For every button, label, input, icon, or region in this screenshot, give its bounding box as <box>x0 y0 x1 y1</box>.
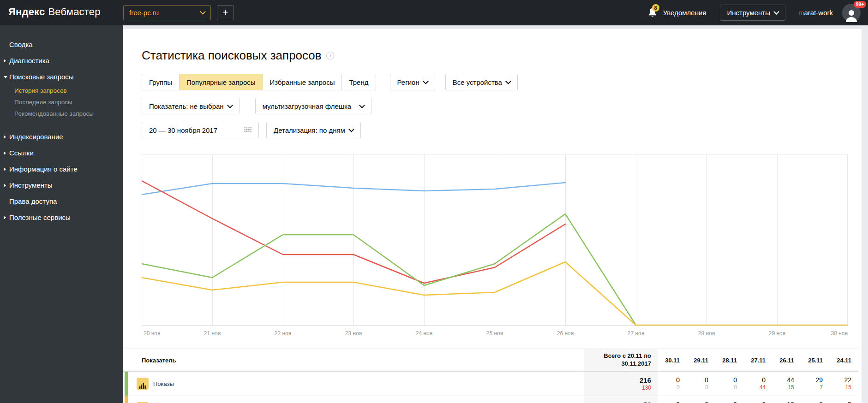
username[interactable]: marat-work <box>798 9 833 17</box>
value-cell: 4415 <box>772 376 801 391</box>
tab-izbrannye-zaprosy[interactable]: Избранные запросы <box>263 74 342 90</box>
value-cell: 00 <box>658 376 686 391</box>
content: Статистика поисковых запросов i ГруппыПо… <box>123 29 862 339</box>
day-value: 44 <box>772 376 794 384</box>
sidebar-item-label: Полезные сервисы <box>9 213 71 221</box>
day-compare-value: 0 <box>686 384 708 391</box>
avatar[interactable]: 99+ <box>842 4 861 22</box>
chevron-right-icon <box>4 167 6 171</box>
column-header-date: 24.11 <box>829 357 858 364</box>
metric-filter-dropdown[interactable]: Показатель: не выбран <box>142 98 239 114</box>
chart-gridlines <box>142 154 848 326</box>
value-cell: 2215 <box>829 376 858 391</box>
table-header-row: Показатель Всего с 20.11 по 30.11.2017 3… <box>123 349 858 372</box>
sidebar-item-informatsiya-o-sayte[interactable]: Информация о сайте <box>0 161 123 177</box>
column-header-date: 28.11 <box>715 357 743 364</box>
day-compare-value: 0 <box>715 384 737 391</box>
yandex-webmaster-logo[interactable]: ЯндексВебмастер <box>8 6 101 18</box>
day-value: 0 <box>743 376 766 384</box>
topbar-right-group: 8 Уведомления Инструменты marat-work 99+ <box>647 0 861 25</box>
day-value: 0 <box>686 376 708 384</box>
day-value: 8 <box>801 401 823 403</box>
calendar-grid-icon <box>244 127 251 133</box>
x-tick-label: 22 ноя <box>275 330 291 337</box>
day-compare-value: 15 <box>829 384 851 391</box>
sidebar-item-poleznye-servisy[interactable]: Полезные сервисы <box>0 209 123 225</box>
column-header-total: Всего с 20.11 по 30.11.2017 <box>584 349 658 371</box>
day-compare-value: 7 <box>801 384 823 391</box>
sidebar-subitem-istoriya-zaprosov[interactable]: История запросов <box>0 85 123 96</box>
sidebar-item-label: Рекомендованные запросы <box>14 110 94 117</box>
day-compare-value: 15 <box>772 384 794 391</box>
sidebar-item-instrumenty[interactable]: Инструменты <box>0 177 123 193</box>
person-icon <box>844 8 858 22</box>
sidebar-item-label: Индексирование <box>9 133 63 141</box>
sidebar-item-ssylki[interactable]: Ссылки <box>0 145 123 161</box>
chevron-right-icon <box>4 59 6 63</box>
day-compare-value: 44 <box>743 384 766 391</box>
x-tick-label: 27 ноя <box>628 330 644 337</box>
username-rest: arat-work <box>804 9 833 17</box>
add-site-button[interactable]: + <box>217 5 234 20</box>
x-tick-label: 25 ноя <box>486 330 503 337</box>
total-header-line2: 30.11.2017 <box>584 360 651 368</box>
top-bar: ЯндексВебмастер free-pc.ru + 8 Уведомлен… <box>0 0 868 25</box>
notifications-button[interactable]: 8 <box>647 7 658 18</box>
sidebar-item-prava-dostupa[interactable]: Права доступа <box>0 193 123 209</box>
value-cell: 00 <box>686 376 715 391</box>
table-row-clicks[interactable]: Клики 76 33 00 00 00 018 1810 83 56 <box>123 396 858 403</box>
region-dropdown[interactable]: Регион <box>390 74 435 90</box>
tab-trend[interactable]: Тренд <box>341 74 376 90</box>
tabs-row: ГруппыПопулярные запросыИзбранные запрос… <box>142 74 862 90</box>
value-cell: 00 <box>715 401 743 403</box>
notifications-badge: 8 <box>652 4 659 12</box>
date-range-value: 20 — 30 ноября 2017 <box>149 126 217 134</box>
x-tick-label: 24 ноя <box>416 330 432 337</box>
sidebar-nav: Сводка Диагностика Поисковые запросы Ист… <box>0 36 123 225</box>
username-first-letter: m <box>798 9 804 17</box>
detail-dropdown[interactable]: Детализация: по дням <box>266 122 361 138</box>
x-tick-label: 29 ноя <box>769 330 785 337</box>
tools-dropdown-button[interactable]: Инструменты <box>720 5 785 21</box>
day-value: 0 <box>743 401 766 403</box>
avatar-counter-badge: 99+ <box>854 1 866 8</box>
day-value: 5 <box>829 401 851 403</box>
sidebar-subitem-poslednie-zaprosy[interactable]: Последние запросы <box>0 96 123 108</box>
day-compare-value: 0 <box>658 384 680 391</box>
value-cell: 83 <box>801 401 829 403</box>
row-label-cell: Показы <box>123 378 584 390</box>
devices-dropdown[interactable]: Все устройства <box>445 74 518 90</box>
total-compare-value: 130 <box>584 385 651 391</box>
tab-gruppy[interactable]: Группы <box>142 74 180 90</box>
sidebar-item-diagnostika[interactable]: Диагностика <box>0 53 123 69</box>
devices-label: Все устройства <box>453 78 502 86</box>
site-selector-value: free-pc.ru <box>129 9 159 17</box>
chevron-down-icon <box>4 76 7 78</box>
value-cell: 1810 <box>772 401 801 403</box>
chevron-right-icon <box>4 151 6 155</box>
bar-chart-toggle-icon[interactable] <box>137 378 149 390</box>
sidebar-item-svodka[interactable]: Сводка <box>0 36 123 53</box>
info-icon[interactable]: i <box>326 52 334 59</box>
chevron-down-icon <box>348 126 354 132</box>
sidebar-item-label: История запросов <box>14 87 67 94</box>
sidebar-item-indeksirovanie[interactable]: Индексирование <box>0 129 123 145</box>
chevron-down-icon <box>359 102 365 108</box>
day-value: 0 <box>715 376 737 384</box>
table-row-impressions[interactable]: Показы 216 130 00 00 00 044 4415 297 221… <box>123 372 858 396</box>
value-cell: 56 <box>829 401 858 403</box>
day-value: 29 <box>801 376 823 384</box>
sidebar-item-poiskovye-zaprosy[interactable]: Поисковые запросы <box>0 69 123 85</box>
value-cell: 297 <box>801 376 829 391</box>
date-range-input[interactable]: 20 — 30 ноября 2017 <box>142 122 259 138</box>
day-value: 0 <box>686 401 708 403</box>
tab-populyarnye-zaprosy[interactable]: Популярные запросы <box>179 74 263 90</box>
chevron-down-icon <box>505 78 511 84</box>
notifications-label[interactable]: Уведомления <box>663 9 706 17</box>
site-selector-dropdown[interactable]: free-pc.ru <box>123 5 211 20</box>
query-filter-dropdown[interactable]: мультизагрузочная флешка <box>255 98 371 114</box>
chevron-down-icon <box>423 78 429 84</box>
total-value: 216 <box>584 376 651 385</box>
total-cell: 76 33 <box>584 396 658 403</box>
sidebar-subitem-rekomendovannye-zaprosy[interactable]: Рекомендованные запросы <box>0 108 123 119</box>
